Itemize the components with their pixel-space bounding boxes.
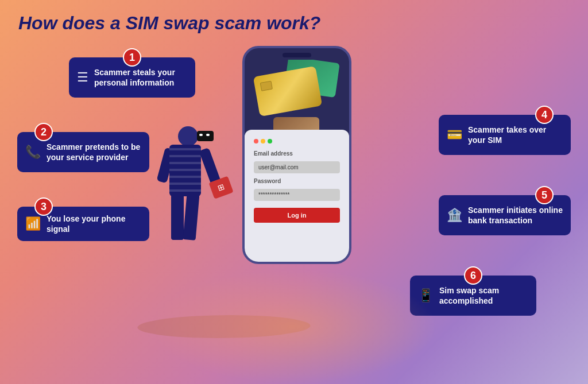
- thief-eyes: [199, 134, 210, 136]
- step-6-number: 6: [464, 266, 482, 285]
- step-3-text: You lose your phone signal: [47, 214, 141, 234]
- bag-icon: ⊞: [216, 182, 226, 193]
- step-3-box: 3 📶 You lose your phone signal: [17, 207, 149, 241]
- step-6-box: 6 📱 Sim swap scam accomplished: [410, 276, 536, 316]
- step-5-box: 5 🏦 Scammer initiates online bank transa…: [439, 195, 571, 235]
- thief-leg-right: [183, 193, 200, 241]
- thief-eye-right: [206, 134, 210, 136]
- step-1-number: 1: [123, 48, 141, 67]
- step-4-text: Scammer takes over your SIM: [468, 125, 563, 145]
- thief-leg-left: [171, 194, 184, 240]
- thief-stripes: [169, 145, 201, 196]
- password-field[interactable]: **************: [254, 189, 340, 201]
- floor-shadow: [131, 315, 316, 338]
- step-4-box: 4 💳 Scammer takes over your SIM: [439, 115, 571, 155]
- step-6-icon: 📱: [418, 288, 434, 303]
- step-1-icon: ☰: [77, 70, 88, 85]
- card-chip: [260, 81, 273, 91]
- email-label: Email address: [254, 150, 340, 157]
- thief-head: [178, 126, 198, 146]
- step-4-icon: 💳: [447, 127, 462, 142]
- thief-mask: [197, 131, 214, 141]
- step-1-text: Scammer steals your personal information: [94, 67, 187, 88]
- email-field[interactable]: user@mail.com: [254, 161, 340, 173]
- login-button[interactable]: Log in: [254, 208, 340, 223]
- step-3-number: 3: [34, 197, 53, 216]
- page-title: How does a SIM swap scam work?: [18, 13, 320, 34]
- step-3-icon: 📶: [25, 216, 41, 231]
- dot-red: [254, 139, 258, 143]
- step-2-text: Scammer pretends to be your service prov…: [47, 142, 141, 162]
- step-5-icon: 🏦: [447, 208, 462, 223]
- step-5-number: 5: [535, 186, 554, 204]
- step-5-text: Scammer initiates online bank transactio…: [468, 205, 563, 226]
- phone-body: Email address user@mail.com Password ***…: [242, 46, 351, 264]
- step-6-text: Sim swap scam accomplished: [439, 285, 528, 306]
- step-2-box: 2 📞 Scammer pretends to be your service …: [17, 132, 149, 172]
- step-1-box: 1 ☰ Scammer steals your personal informa…: [69, 57, 195, 98]
- thief-figure: ⊞: [161, 126, 212, 258]
- phone-notch: [283, 53, 311, 57]
- thief-eye-left: [199, 134, 203, 136]
- login-screen: Email address user@mail.com Password ***…: [245, 130, 349, 262]
- dot-green: [268, 139, 272, 143]
- step-4-number: 4: [535, 106, 554, 124]
- window-dots: [254, 139, 340, 143]
- card-gold: [253, 66, 322, 117]
- dot-yellow: [261, 139, 265, 143]
- password-label: Password: [254, 178, 340, 184]
- step-2-icon: 📞: [25, 145, 41, 160]
- phone-illustration: Email address user@mail.com Password ***…: [214, 34, 374, 310]
- step-2-number: 2: [34, 123, 53, 141]
